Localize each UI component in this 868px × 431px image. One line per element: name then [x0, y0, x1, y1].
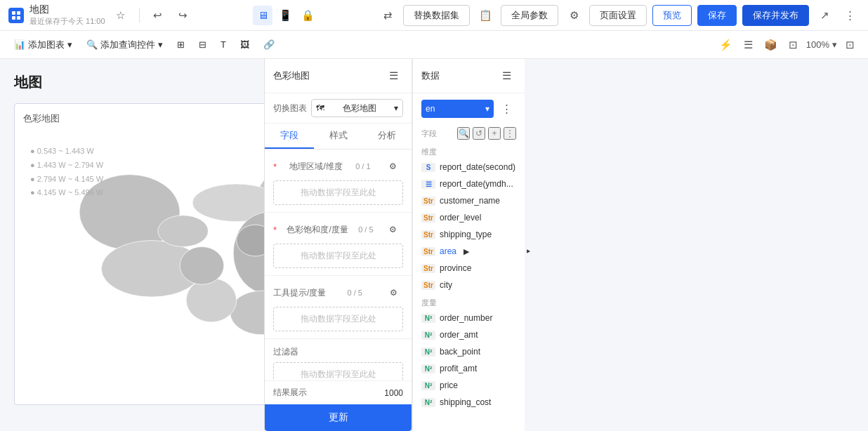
field-type-badge: ☰	[421, 180, 435, 189]
preview-button[interactable]: 预览	[652, 5, 692, 26]
tab-style[interactable]: 样式	[314, 124, 363, 149]
filter-button[interactable]: ⊡	[784, 35, 803, 55]
dimension-field-5[interactable]: Strarea▶	[413, 243, 525, 260]
chart-title: 色彩地图	[23, 112, 264, 125]
fields-group-header: 字段 🔍 ↺ + ⋮	[413, 124, 525, 142]
geo-settings-button[interactable]: ⚙	[383, 157, 403, 176]
global-params-button[interactable]: 全局参数	[501, 5, 558, 26]
filter-header: 过滤器	[273, 346, 403, 358]
geo-drop-zone[interactable]: 拖动数据字段至此处	[273, 180, 403, 205]
svg-rect-2	[12, 16, 15, 20]
field-type-badge: N²	[421, 314, 435, 323]
replace-data-button[interactable]: ⇄	[378, 6, 397, 25]
measure-field-2[interactable]: N²back_point	[413, 343, 525, 360]
svg-rect-0	[12, 11, 15, 15]
svg-point-12	[158, 216, 209, 247]
measure-field-4[interactable]: N²price	[413, 377, 525, 394]
more-button[interactable]: ⋮	[840, 6, 860, 25]
legend-item-1: ● 0.543 ~ 1.443 W	[30, 145, 103, 159]
chevron-down-icon2: ▾	[158, 39, 163, 50]
dimension-field-2[interactable]: Strcustomer_name	[413, 192, 525, 209]
link-button[interactable]: 🔗	[258, 37, 280, 53]
field-name: report_date(second)	[440, 162, 515, 172]
color-section: * 色彩饱和度/度量 0 / 5 ⚙ 拖动数据字段至此处	[265, 213, 412, 276]
measure-field-1[interactable]: N²order_amt	[413, 326, 525, 343]
tabs-row: 字段 样式 分析	[265, 124, 412, 150]
table-button[interactable]: ☰	[739, 35, 758, 55]
chart-type-select[interactable]: 🗺 色彩地图 ▾	[311, 99, 403, 117]
image-button[interactable]: 🖼	[235, 37, 255, 53]
field-name: back_point	[440, 347, 480, 357]
connect-button[interactable]: ⚡	[716, 35, 736, 55]
dimension-field-7[interactable]: Strcity	[413, 277, 525, 293]
data-button[interactable]: 📦	[761, 35, 781, 55]
config-panel: 色彩地图 ☰ 切换图表 🗺 色彩地图 ▾ 字段 样式 分析	[265, 59, 412, 431]
text-button[interactable]: T	[215, 37, 232, 53]
color-drop-zone[interactable]: 拖动数据字段至此处	[273, 244, 403, 268]
tooltip-drop-zone[interactable]: 拖动数据字段至此处	[273, 307, 403, 331]
dimension-field-0[interactable]: Sreport_date(second)	[413, 159, 525, 175]
field-type-badge: Str	[421, 230, 435, 239]
replace-data-text-button[interactable]: 替换数据集	[403, 5, 470, 26]
publish-button[interactable]: 保存并发布	[742, 5, 809, 26]
data-source-more-button[interactable]: ⋮	[497, 99, 516, 119]
global-params-icon[interactable]: 📋	[475, 6, 495, 25]
last-saved: 最近保存于今天 11:00	[29, 16, 105, 27]
lock-button[interactable]: 🔒	[298, 6, 317, 25]
star-button[interactable]: ☆	[111, 6, 131, 25]
mobile-view-button[interactable]: 📱	[275, 6, 295, 25]
tab-fields[interactable]: 字段	[265, 124, 314, 149]
layout-button[interactable]: ⊟	[193, 37, 212, 53]
field-name: report_date(ymdh...	[440, 179, 513, 189]
measure-field-5[interactable]: N²shipping_cost	[413, 394, 525, 411]
refresh-fields-button[interactable]: ↺	[473, 127, 485, 140]
update-button[interactable]: 更新	[265, 404, 412, 431]
measure-field-0[interactable]: N²order_number	[413, 310, 525, 326]
dimension-field-4[interactable]: Strshipping_type	[413, 226, 525, 243]
color-required-star: *	[273, 225, 277, 235]
tooltip-section: 工具提示/度量 0 / 5 ⚙ 拖动数据字段至此处	[265, 276, 412, 339]
measure-field-3[interactable]: N²profit_amt	[413, 360, 525, 377]
save-button[interactable]: 保存	[697, 5, 737, 26]
grid-button[interactable]: ⊞	[171, 37, 190, 53]
config-more-button[interactable]: ☰	[383, 66, 403, 86]
field-type-badge: S	[421, 163, 435, 172]
export-button[interactable]: ↗	[815, 6, 834, 25]
undo-button[interactable]: ↩	[148, 6, 168, 25]
add-chart-button[interactable]: 📊 添加图表 ▾	[8, 36, 78, 54]
add-query-button[interactable]: 🔍 添加查询控件 ▾	[81, 36, 169, 54]
tooltip-label: 工具提示/度量	[273, 287, 326, 299]
page-settings-button[interactable]: 页面设置	[589, 5, 647, 26]
more-fields-button[interactable]: ⋮	[504, 127, 516, 140]
cursor-arrow-icon: ▶	[463, 247, 469, 256]
map-legend: ● 0.543 ~ 1.443 W ● 1.443 W ~ 2.794 W ● …	[30, 145, 103, 200]
desktop-view-button[interactable]: 🖥	[253, 6, 272, 25]
dimension-field-3[interactable]: Strorder_level	[413, 209, 525, 226]
second-toolbar: 📊 添加图表 ▾ 🔍 添加查询控件 ▾ ⊞ ⊟ T 🖼 🔗 ⚡ ☰ 📦 ⊡ 10…	[0, 31, 868, 59]
dimension-field-1[interactable]: ☰report_date(ymdh...	[413, 175, 525, 192]
filter-drop-zone[interactable]: 拖动数据字段至此处	[273, 362, 403, 380]
page-settings-icon[interactable]: ⚙	[564, 6, 584, 25]
redo-button[interactable]: ↪	[173, 6, 193, 25]
field-name: order_level	[440, 213, 481, 223]
color-settings-button[interactable]: ⚙	[383, 220, 403, 239]
tab-analysis[interactable]: 分析	[362, 124, 412, 149]
svg-rect-1	[17, 11, 20, 15]
chart-container[interactable]: 色彩地图	[14, 103, 264, 405]
fullscreen-button[interactable]: ⊡	[840, 35, 860, 55]
canvas-area: 地图 色彩地图	[0, 59, 264, 431]
tooltip-settings-button[interactable]: ⚙	[383, 283, 403, 303]
dimension-fields: Sreport_date(second)☰report_date(ymdh...…	[413, 159, 525, 293]
color-count: 0 / 5	[358, 225, 373, 234]
add-field-button[interactable]: +	[488, 127, 501, 140]
field-name: area	[440, 246, 456, 256]
add-chart-label: 添加图表	[28, 39, 65, 51]
search-fields-button[interactable]: 🔍	[457, 127, 470, 140]
field-name: profit_amt	[440, 364, 477, 373]
chart-type-icon: 🗺	[316, 103, 324, 113]
result-row: 结果展示 1000	[265, 380, 412, 404]
data-source-select[interactable]: en ▾	[421, 100, 494, 118]
data-panel-more-button[interactable]: ☰	[497, 66, 516, 86]
dimension-field-6[interactable]: Strprovince	[413, 260, 525, 277]
filter-label: 过滤器	[273, 346, 298, 358]
